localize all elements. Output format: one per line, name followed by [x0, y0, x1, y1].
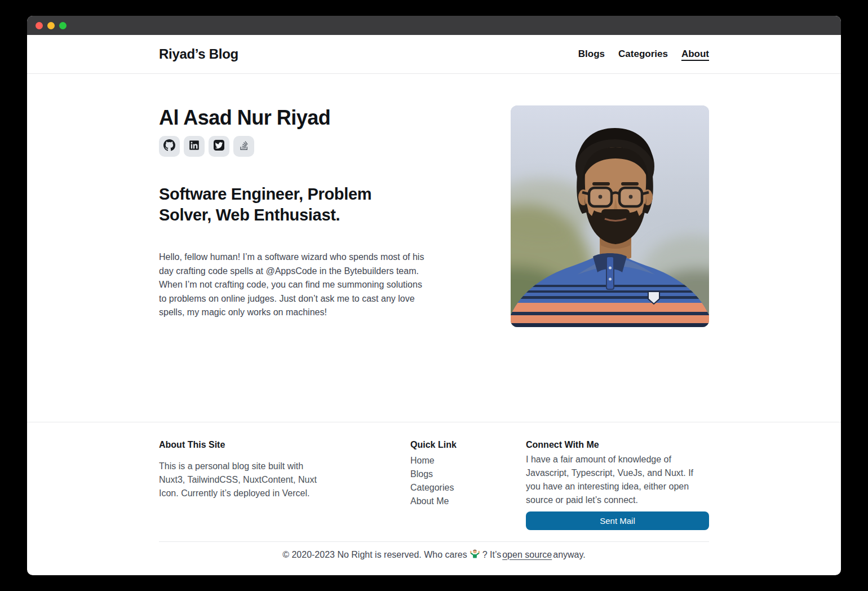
- shrug-emoji: [470, 548, 480, 561]
- footer-about-heading: About This Site: [159, 439, 410, 451]
- window-titlebar: [27, 16, 841, 35]
- linkedin-link[interactable]: [184, 136, 205, 157]
- tagline: Software Engineer, Problem Solver, Web E…: [159, 184, 407, 226]
- github-icon: [163, 139, 175, 153]
- browser-window: Riyad’s Blog Blogs Categories About Al A…: [27, 16, 841, 575]
- footer-quicklink-heading: Quick Link: [410, 439, 526, 451]
- nav-blogs[interactable]: Blogs: [578, 48, 605, 60]
- footer-connect-text: I have a fair amount of knowledge of Jav…: [526, 453, 709, 507]
- close-window-button[interactable]: [36, 22, 43, 29]
- copyright-bar: © 2020-2023 No Right is reserved. Who ca…: [159, 541, 709, 574]
- footer-connect-heading: Connect With Me: [526, 439, 709, 451]
- site-footer: About This Site This is a personal blog …: [27, 422, 841, 575]
- profile-photo: [511, 105, 709, 327]
- twitter-icon: [214, 140, 224, 153]
- footer-link-categories[interactable]: Categories: [410, 481, 526, 495]
- sent-mail-button[interactable]: Sent Mail: [526, 511, 709, 530]
- footer-about-text: This is a personal blog site built with …: [159, 460, 328, 500]
- site-header: Riyad’s Blog Blogs Categories About: [27, 35, 841, 74]
- github-link[interactable]: [159, 136, 180, 157]
- copyright-text-2: ? It’s: [482, 550, 502, 560]
- copyright-text-1: © 2020-2023 No Right is reserved. Who ca…: [282, 550, 467, 560]
- copyright-text-3: anyway.: [553, 550, 586, 560]
- maximize-window-button[interactable]: [59, 22, 67, 29]
- open-source-link[interactable]: open source: [502, 550, 552, 560]
- nav-categories[interactable]: Categories: [618, 48, 668, 60]
- minimize-window-button[interactable]: [47, 22, 55, 29]
- main-nav: Blogs Categories About: [578, 48, 709, 60]
- stackoverflow-icon: [239, 140, 249, 153]
- bio-paragraph: Hello, fellow human! I’m a software wiza…: [159, 250, 425, 320]
- linkedin-icon: [189, 140, 200, 153]
- stackoverflow-link[interactable]: [233, 136, 254, 157]
- footer-link-about-me[interactable]: About Me: [410, 495, 526, 508]
- site-title: Riyad’s Blog: [159, 46, 238, 62]
- footer-link-home[interactable]: Home: [410, 454, 526, 467]
- footer-link-blogs[interactable]: Blogs: [410, 467, 526, 481]
- nav-about[interactable]: About: [681, 48, 709, 60]
- social-links: [159, 136, 425, 157]
- about-page-main: Al Asad Nur Riyad: [27, 74, 841, 422]
- page-title: Al Asad Nur Riyad: [159, 105, 425, 130]
- twitter-link[interactable]: [209, 136, 229, 157]
